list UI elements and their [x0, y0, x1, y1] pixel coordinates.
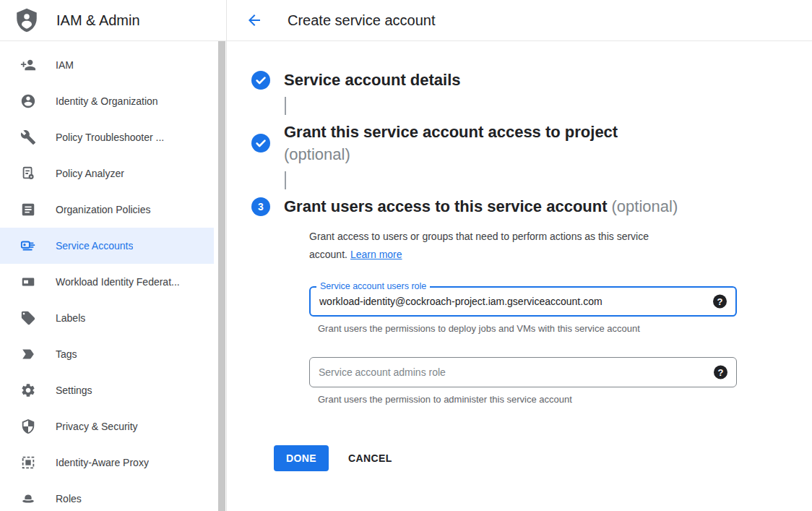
app-window: IAM & Admin IAM Identity & Organization … — [0, 0, 812, 511]
sidebar-item-label: Workload Identity Federat... — [56, 276, 180, 288]
account-circle-icon — [20, 93, 36, 109]
main-area: Create service account Service account d… — [227, 0, 812, 511]
sidebar-item-identity-aware-proxy[interactable]: Identity-Aware Proxy — [0, 445, 214, 481]
sidebar-item-policy-analyzer[interactable]: Policy Analyzer — [0, 155, 214, 192]
step-grant-users-access: 3 Grant users access to this service acc… — [251, 195, 812, 218]
sidebar-item-label: Service Accounts — [56, 240, 133, 252]
step-completed-check-icon — [251, 134, 270, 153]
create-service-account-form: Service account details Grant this servi… — [227, 41, 812, 471]
sidebar-item-organization-policies[interactable]: Organization Policies — [0, 192, 214, 228]
proxy-icon — [20, 455, 36, 471]
service-account-admins-role-input[interactable] — [310, 358, 699, 387]
step-connector-line — [285, 171, 286, 189]
sidebar-item-label: Tags — [56, 348, 77, 360]
optional-tag: (optional) — [612, 197, 678, 215]
admins-role-helper-text: Grant users the permission to administer… — [318, 394, 812, 405]
tag-arrow-icon — [20, 346, 36, 362]
sidebar-item-label: Policy Troubleshooter ... — [56, 132, 164, 143]
sidebar-item-service-accounts[interactable]: Service Accounts — [0, 228, 214, 264]
users-role-helper-text: Grant users the permissions to deploy jo… — [318, 323, 812, 334]
sidebar-item-privacy-security[interactable]: Privacy & Security — [0, 408, 214, 445]
service-account-users-role-field: Service account users role ? — [309, 286, 737, 317]
step-title: Service account details — [284, 69, 461, 91]
sidebar-item-label: IAM — [56, 59, 74, 71]
sidebar-item-policy-troubleshooter[interactable]: Policy Troubleshooter ... — [0, 119, 214, 155]
product-title: IAM & Admin — [56, 12, 140, 29]
sidebar-item-label: Roles — [56, 493, 82, 504]
person-add-icon — [20, 57, 36, 73]
optional-tag: (optional) — [284, 143, 618, 166]
step-description: Grant access to users or groups that nee… — [309, 228, 717, 264]
wrench-icon — [20, 129, 36, 145]
step-connector-line — [285, 97, 286, 115]
page-title: Create service account — [288, 12, 436, 29]
card-icon — [20, 274, 36, 290]
field-label: Service account users role — [316, 281, 430, 291]
done-button[interactable]: DONE — [274, 445, 329, 471]
sidebar-item-label: Policy Analyzer — [56, 168, 124, 179]
help-icon[interactable]: ? — [713, 295, 727, 309]
sidebar-header: IAM & Admin — [0, 0, 226, 41]
policy-analyzer-icon — [20, 166, 36, 181]
step-completed-check-icon — [251, 71, 270, 90]
label-icon — [20, 310, 36, 326]
sidebar: IAM & Admin IAM Identity & Organization … — [0, 0, 227, 511]
sidebar-item-label: Identity & Organization — [56, 95, 158, 107]
sidebar-scrollbar[interactable] — [218, 41, 225, 511]
sidebar-item-labels[interactable]: Labels — [0, 300, 214, 336]
topbar: Create service account — [227, 0, 812, 41]
cancel-button[interactable]: CANCEL — [340, 447, 401, 470]
form-actions: DONE CANCEL — [274, 445, 812, 471]
service-account-icon — [20, 238, 36, 254]
gear-icon — [20, 382, 36, 398]
sidebar-item-iam[interactable]: IAM — [0, 47, 214, 83]
step-title: Grant this service account access to pro… — [284, 121, 618, 166]
sidebar-item-settings[interactable]: Settings — [0, 372, 214, 408]
sidebar-item-label: Settings — [56, 385, 92, 396]
sidebar-item-label: Organization Policies — [56, 204, 151, 215]
sidebar-item-tags[interactable]: Tags — [0, 336, 214, 372]
sidebar-item-label: Identity-Aware Proxy — [56, 457, 149, 468]
service-account-users-role-input[interactable] — [311, 288, 698, 315]
sidebar-nav: IAM Identity & Organization Policy Troub… — [0, 41, 226, 511]
shield-icon — [20, 418, 36, 434]
iam-shield-logo-icon — [16, 8, 38, 33]
service-account-admins-role-field: ? — [309, 357, 737, 387]
document-icon — [20, 202, 36, 218]
roles-hat-icon — [20, 491, 36, 507]
sidebar-item-roles[interactable]: Roles — [0, 481, 214, 511]
back-arrow-icon[interactable] — [246, 12, 263, 29]
sidebar-item-identity-organization[interactable]: Identity & Organization — [0, 83, 214, 119]
step-title: Grant users access to this service accou… — [284, 195, 678, 218]
step-grant-access-to-project: Grant this service account access to pro… — [251, 121, 812, 166]
help-icon[interactable]: ? — [714, 366, 727, 379]
learn-more-link[interactable]: Learn more — [350, 249, 402, 260]
sidebar-item-label: Labels — [56, 312, 85, 324]
sidebar-item-workload-identity-federation[interactable]: Workload Identity Federat... — [0, 264, 214, 300]
step-service-account-details: Service account details — [251, 69, 812, 91]
step-number-badge: 3 — [251, 197, 270, 216]
sidebar-item-label: Privacy & Security — [56, 421, 138, 432]
